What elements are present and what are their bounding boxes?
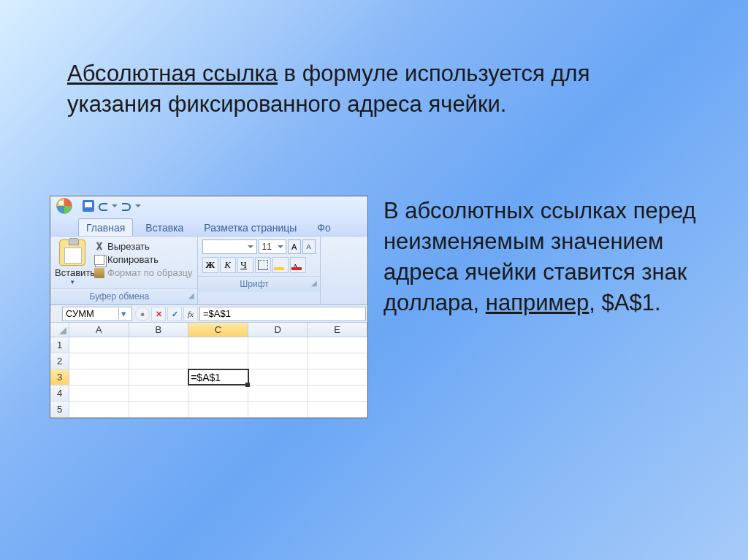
cell[interactable] [69, 386, 129, 401]
formula-bar: СУММ ▾ ● ✕ ✓ fx =$A$1 [50, 305, 367, 323]
font-color-button[interactable] [290, 257, 306, 273]
name-box-value: СУММ [66, 308, 94, 319]
cell[interactable] [129, 337, 189, 353]
row-header[interactable]: 2 [50, 353, 69, 369]
brush-icon [94, 268, 104, 278]
cell[interactable] [248, 353, 308, 369]
group-clipboard: Вставить ▾ Вырезать Копировать Формат по… [50, 237, 198, 304]
row-header[interactable]: 4 [50, 386, 69, 401]
cell[interactable] [308, 386, 367, 401]
name-box[interactable]: СУММ ▾ [62, 307, 132, 321]
tab-formulas[interactable]: Фо [309, 218, 338, 236]
paragraph-right: В абсолютных ссылках перед неизменяемым … [383, 196, 705, 318]
copy-button[interactable]: Копировать [94, 254, 193, 265]
ribbon: Вставить ▾ Вырезать Копировать Формат по… [50, 236, 367, 305]
tab-page-layout[interactable]: Разметка страницы [196, 218, 305, 236]
font-name-selector[interactable] [202, 239, 257, 254]
select-all-button[interactable] [50, 323, 69, 337]
scissors-icon [94, 242, 104, 252]
grow-font-button[interactable]: A [288, 239, 301, 254]
qat-customize-icon[interactable] [135, 200, 141, 212]
border-icon [258, 260, 268, 270]
cell[interactable] [188, 337, 248, 353]
fill-color-icon [274, 260, 284, 270]
fill-color-button[interactable] [272, 257, 289, 273]
chevron-down-icon: ▾ [55, 278, 90, 285]
dialog-launcher-icon[interactable]: ◢ [188, 291, 194, 299]
cell[interactable] [69, 369, 129, 385]
cell[interactable] [308, 353, 367, 369]
cell[interactable] [188, 402, 248, 417]
tab-insert[interactable]: Вставка [137, 218, 191, 236]
save-icon[interactable] [83, 200, 94, 212]
cell[interactable] [248, 337, 308, 353]
group-font: 11 A A Ж К Ч Шрифт◢ [198, 237, 321, 304]
bold-button[interactable]: Ж [202, 257, 218, 273]
tab-home[interactable]: Главная [78, 218, 133, 236]
term-absolute-reference: Абсолютная ссылка [67, 61, 278, 86]
cell[interactable] [308, 402, 367, 417]
office-logo-icon [56, 198, 72, 214]
row-header[interactable]: 3 [50, 369, 69, 385]
column-header[interactable]: A [69, 323, 129, 337]
column-header[interactable]: B [129, 323, 189, 337]
column-header[interactable]: D [248, 323, 308, 337]
cell[interactable] [129, 369, 189, 385]
undo-icon[interactable] [97, 200, 109, 212]
cell[interactable] [308, 369, 367, 385]
cell[interactable] [248, 369, 308, 385]
cell[interactable] [69, 402, 129, 417]
ribbon-tabs: Главная Вставка Разметка страницы Фо [50, 215, 367, 236]
cell[interactable] [129, 353, 189, 369]
cancel-formula-button[interactable]: ✕ [151, 307, 166, 321]
italic-button[interactable]: К [220, 257, 236, 273]
cell[interactable] [129, 402, 189, 417]
cell[interactable] [188, 353, 248, 369]
insert-function-button[interactable]: fx [183, 307, 198, 321]
copy-icon [94, 255, 104, 265]
underline-button[interactable]: Ч [237, 257, 253, 273]
accept-formula-button[interactable]: ✓ [167, 307, 182, 321]
cell[interactable] [188, 386, 248, 401]
row-header[interactable]: 1 [50, 337, 69, 353]
function-wizard-icon[interactable]: ● [135, 307, 150, 321]
excel-screenshot: Главная Вставка Разметка страницы Фо Вст… [50, 196, 368, 418]
active-cell[interactable]: =$A$1 [188, 369, 248, 385]
example-word: например [486, 290, 589, 315]
font-size-selector[interactable]: 11 [259, 239, 286, 254]
paragraph-top: Абсолютная ссылка в формуле используется… [67, 58, 666, 120]
group-label-font: Шрифт◢ [198, 276, 320, 292]
cut-button[interactable]: Вырезать [94, 241, 193, 252]
shrink-font-button[interactable]: A [302, 239, 316, 254]
cell[interactable] [248, 402, 308, 417]
office-button[interactable] [52, 196, 77, 215]
cell[interactable] [308, 337, 367, 353]
cell[interactable] [129, 386, 189, 401]
cell[interactable] [69, 353, 129, 369]
chevron-down-icon[interactable]: ▾ [118, 308, 129, 319]
paste-button[interactable]: Вставить ▾ [55, 239, 90, 285]
undo-dropdown-icon[interactable] [112, 200, 118, 212]
cell[interactable] [248, 386, 308, 401]
column-header[interactable]: E [308, 323, 367, 337]
row-header[interactable]: 5 [50, 402, 69, 417]
cell[interactable] [69, 337, 129, 353]
group-label-clipboard: Буфер обмена◢ [50, 288, 197, 304]
formula-input[interactable]: =$A$1 [199, 307, 366, 321]
column-header[interactable]: C [188, 323, 248, 337]
font-color-icon [291, 260, 302, 270]
spreadsheet-grid: A B C D E 1 2 3=$A$1 4 5 [50, 323, 367, 418]
format-painter-button[interactable]: Формат по образцу [94, 267, 193, 278]
redo-icon[interactable] [121, 200, 132, 212]
dialog-launcher-icon[interactable]: ◢ [311, 279, 317, 287]
paste-label: Вставить [55, 267, 90, 278]
paste-icon [59, 239, 85, 266]
quick-access-toolbar [50, 196, 367, 215]
borders-button[interactable] [255, 257, 271, 273]
